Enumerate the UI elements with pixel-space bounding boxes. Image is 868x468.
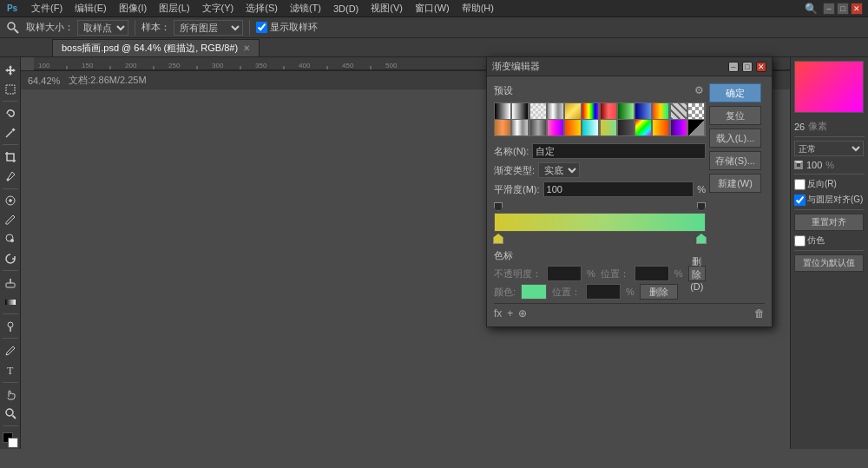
save-btn[interactable]: 存储(S)...	[709, 151, 761, 170]
eyedropper-tool[interactable]	[1, 168, 20, 186]
swatch-silver[interactable]	[512, 120, 528, 135]
minimize-btn[interactable]: –	[823, 3, 835, 15]
clone-tool[interactable]	[1, 230, 20, 248]
blend-mode-select[interactable]: 正常	[794, 141, 864, 156]
swatch-cyan[interactable]	[582, 120, 598, 135]
wand-tool[interactable]	[1, 123, 20, 142]
type-select[interactable]: 实底	[538, 162, 580, 178]
load-btn[interactable]: 载入(L)...	[709, 129, 761, 148]
menu-filter[interactable]: 滤镜(T)	[285, 1, 326, 16]
menu-file[interactable]: 文件(F)	[26, 1, 68, 16]
menu-3d[interactable]: 3D(D)	[328, 3, 364, 15]
fx-icon[interactable]: fx	[494, 307, 502, 320]
preset-gear-icon[interactable]: ⚙	[692, 83, 706, 97]
history-brush[interactable]	[1, 249, 20, 267]
swatch-gold[interactable]	[565, 103, 581, 119]
menu-layer[interactable]: 图层(L)	[154, 1, 194, 16]
swatch-warm[interactable]	[653, 120, 668, 135]
menu-view[interactable]: 视图(V)	[365, 1, 408, 16]
swatch-green[interactable]	[618, 103, 634, 119]
swatch-multicolor[interactable]	[653, 103, 668, 119]
tool-size-select[interactable]: 取样点	[77, 20, 128, 36]
swatch-steel[interactable]	[530, 120, 546, 135]
restore-btn[interactable]: □	[837, 3, 849, 15]
opacity-stop-right[interactable]	[697, 202, 706, 211]
dialog-restore-btn[interactable]: □	[742, 62, 753, 72]
swatch-spectrum[interactable]	[582, 103, 598, 119]
swatch-violet[interactable]	[671, 120, 687, 135]
location1-value[interactable]	[635, 266, 669, 281]
lasso-tool[interactable]	[1, 104, 20, 122]
swatch-pinkviolet[interactable]	[548, 120, 563, 135]
menu-select[interactable]: 选择(S)	[240, 1, 283, 16]
search-icon[interactable]: 🔍	[805, 3, 818, 15]
eraser-tool[interactable]	[1, 274, 20, 292]
location2-value[interactable]	[586, 284, 621, 300]
swatch-yellow-green[interactable]	[601, 120, 616, 135]
gradient-bar[interactable]	[494, 213, 706, 232]
sample-select[interactable]: 所有图层	[174, 20, 243, 36]
swatch-wb[interactable]	[512, 103, 528, 119]
menu-edit[interactable]: 编辑(E)	[69, 1, 112, 16]
align-btn[interactable]: 重置对齐	[794, 214, 864, 231]
fg-bg-colors[interactable]	[1, 431, 20, 449]
menu-window[interactable]: 窗口(W)	[410, 1, 455, 16]
opacity-stop-value[interactable]	[547, 266, 582, 281]
fake-label[interactable]: 仿色	[794, 234, 865, 247]
swatch-copper[interactable]	[495, 120, 510, 135]
dodge-tool[interactable]	[1, 317, 20, 335]
crop-tool[interactable]	[1, 148, 20, 166]
swatch-orange-gold[interactable]	[565, 120, 581, 135]
swatch-diagonal[interactable]	[671, 103, 687, 119]
show-sampling-checkbox[interactable]	[256, 22, 267, 33]
opacity-stop-left[interactable]	[494, 202, 503, 211]
swatch-red[interactable]	[601, 103, 616, 119]
swatch-halfhalf[interactable]	[688, 120, 704, 135]
brush-tool[interactable]	[1, 211, 20, 229]
reverse-checkbox[interactable]	[794, 179, 806, 190]
gradient-preview-small[interactable]	[794, 61, 864, 113]
color-stop-right[interactable]	[696, 234, 707, 244]
gradient-tool[interactable]	[1, 293, 20, 311]
smoothness-input[interactable]	[543, 181, 694, 197]
with-circle-label[interactable]: 与圆层对齐(G)	[794, 194, 863, 206]
cancel-btn[interactable]: 复位	[709, 106, 761, 125]
dialog-close-btn[interactable]: ✕	[756, 62, 766, 72]
menu-type[interactable]: 文字(Y)	[197, 1, 240, 16]
with-circle-checkbox[interactable]	[794, 194, 806, 206]
swatch-bw[interactable]	[495, 103, 510, 119]
zoom-tool[interactable]	[1, 405, 20, 423]
trash-icon[interactable]: 🗑	[754, 307, 765, 320]
color-stop-left[interactable]	[493, 234, 503, 244]
heal-tool[interactable]	[1, 192, 20, 210]
type-tool[interactable]: T	[1, 360, 20, 379]
pen-tool[interactable]	[1, 341, 20, 359]
swatch-rainbow2[interactable]	[635, 120, 651, 135]
delete2-btn[interactable]: 删除	[640, 284, 678, 300]
hand-tool[interactable]	[1, 386, 20, 404]
close-btn[interactable]: ✕	[851, 3, 863, 15]
ok-btn[interactable]: 确定	[709, 83, 761, 102]
document-tab[interactable]: boss插画.psd @ 64.4% (粗描边, RGB/8#) ✕	[52, 39, 260, 56]
tab-close-btn[interactable]: ✕	[243, 43, 250, 53]
new-btn[interactable]: 新建(W)	[709, 174, 761, 193]
add-icon[interactable]: +	[507, 307, 513, 320]
name-field-input[interactable]	[532, 143, 706, 159]
swatch-chrome[interactable]	[548, 103, 563, 119]
reset-default-btn[interactable]: 置位为默认值	[794, 254, 864, 272]
menu-help[interactable]: 帮助(H)	[457, 1, 499, 16]
menu-image[interactable]: 图像(I)	[114, 1, 152, 16]
show-sampling-label[interactable]: 显示取样环	[256, 21, 318, 34]
move-tool[interactable]	[1, 61, 20, 79]
swatch-dark[interactable]	[618, 120, 634, 135]
color-stop-swatch[interactable]	[521, 284, 547, 300]
delete1-btn[interactable]: 删除(D)	[688, 266, 706, 281]
swatch-checker[interactable]	[688, 103, 704, 119]
swatch-blue[interactable]	[635, 103, 651, 119]
swatch-transparent[interactable]	[530, 103, 546, 119]
background-color[interactable]	[8, 438, 18, 448]
marquee-tool[interactable]	[1, 80, 20, 98]
fake-checkbox[interactable]	[794, 235, 806, 247]
reverse-label[interactable]: 反向(R)	[794, 178, 837, 190]
dialog-minimize-btn[interactable]: –	[728, 62, 739, 72]
